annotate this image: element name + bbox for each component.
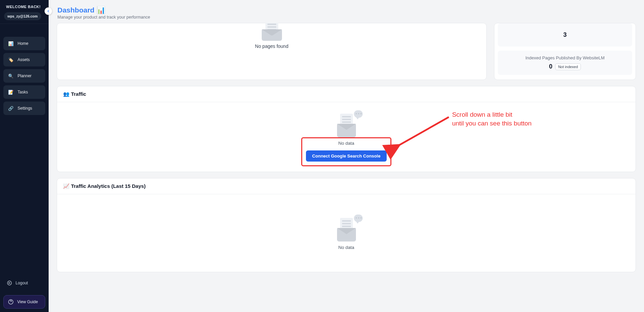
sidebar-item-tasks[interactable]: 📝 Tasks xyxy=(3,85,45,99)
sidebar-header: WELCOME BACK! wps_zy@126.com xyxy=(0,0,49,24)
stat-block-2: Indexed Pages Published By WebsiteLM 0 N… xyxy=(498,51,632,75)
not-indexed-badge: Not indexed xyxy=(555,63,581,70)
traffic-title: 👥 Traffic xyxy=(63,91,629,97)
main: Dashboard 📊 Manage your product and trac… xyxy=(49,0,644,312)
sidebar-footer: Logout View Guide xyxy=(0,274,49,312)
logout-button[interactable]: Logout xyxy=(3,277,45,289)
connect-google-search-console-button[interactable]: Connect Google Search Console xyxy=(306,150,386,162)
content-scroll[interactable]: No pages found 3 Indexed Pages Published… xyxy=(49,23,644,312)
traffic-analytics-section: 📈 Traffic Analytics (Last 15 Days) No da… xyxy=(57,178,636,272)
stat2-label: Indexed Pages Published By WebsiteLM xyxy=(525,55,605,60)
view-guide-button[interactable]: View Guide xyxy=(3,295,45,309)
settings-icon: 🔗 xyxy=(8,106,14,111)
empty-inbox-icon xyxy=(260,26,284,41)
stats-card: 3 Indexed Pages Published By WebsiteLM 0… xyxy=(494,23,636,80)
analytics-section-header: 📈 Traffic Analytics (Last 15 Days) xyxy=(57,178,636,194)
sidebar-nav: 📊 Home 🏷️ Assets 🔍 Planner 📝 Tasks 🔗 Set… xyxy=(0,37,49,115)
traffic-section-header: 👥 Traffic xyxy=(57,86,636,102)
sidebar-item-assets[interactable]: 🏷️ Assets xyxy=(3,53,45,66)
top-row: No pages found 3 Indexed Pages Published… xyxy=(57,23,636,80)
analytics-body: No data xyxy=(57,194,636,272)
sidebar-item-label: Settings xyxy=(18,106,32,111)
help-icon xyxy=(8,299,14,305)
page-title: Dashboard 📊 xyxy=(57,6,635,14)
user-email-pill[interactable]: wps_zy@126.com xyxy=(4,12,41,20)
sidebar: WELCOME BACK! wps_zy@126.com 📊 Home 🏷️ A… xyxy=(0,0,49,312)
tasks-icon: 📝 xyxy=(8,89,14,95)
view-guide-label: View Guide xyxy=(17,300,38,304)
assets-icon: 🏷️ xyxy=(8,57,14,62)
welcome-label: WELCOME BACK! xyxy=(4,5,45,9)
analytics-no-data-label: No data xyxy=(338,245,354,250)
pages-card: No pages found xyxy=(57,23,487,80)
no-pages-label: No pages found xyxy=(255,44,288,49)
sidebar-item-label: Tasks xyxy=(18,90,28,94)
analytics-title: 📈 Traffic Analytics (Last 15 Days) xyxy=(63,183,629,189)
empty-envelope-icon xyxy=(332,215,361,242)
logout-label: Logout xyxy=(16,281,28,285)
home-icon: 📊 xyxy=(8,41,14,46)
traffic-no-data-label: No data xyxy=(338,141,354,146)
traffic-body: No data Connect Google Search Console xyxy=(57,102,636,172)
sidebar-item-home[interactable]: 📊 Home xyxy=(3,37,45,50)
stat-block-1: 3 xyxy=(498,23,632,47)
sidebar-item-settings[interactable]: 🔗 Settings xyxy=(3,102,45,115)
page-subtitle: Manage your product and track your perfo… xyxy=(57,15,635,20)
traffic-section: 👥 Traffic No data Connect Google Search … xyxy=(57,86,636,172)
page-header: Dashboard 📊 Manage your product and trac… xyxy=(49,0,644,23)
logout-icon xyxy=(7,280,12,286)
planner-icon: 🔍 xyxy=(8,73,14,79)
stat1-value: 3 xyxy=(563,31,567,38)
sidebar-item-label: Planner xyxy=(18,74,31,78)
sidebar-item-label: Home xyxy=(18,41,28,46)
stat2-value: 0 xyxy=(549,63,552,70)
empty-envelope-icon xyxy=(332,110,361,137)
sidebar-item-label: Assets xyxy=(18,57,30,62)
sidebar-item-planner[interactable]: 🔍 Planner xyxy=(3,69,45,83)
